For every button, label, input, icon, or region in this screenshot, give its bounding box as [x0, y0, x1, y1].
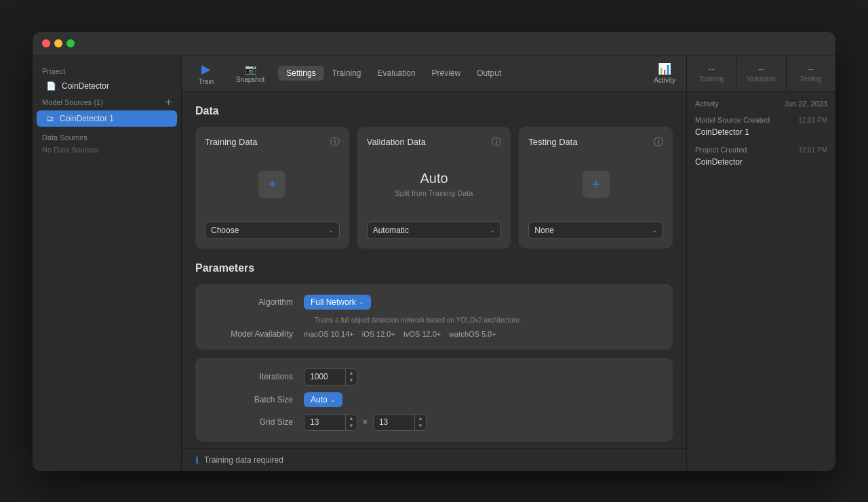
toolbar: ▶ Train 📷 Snapshot Settings Training Eva…	[182, 56, 686, 91]
training-data-card: Training Data ⓘ + Choose ⌄	[195, 127, 349, 249]
model-sources-header: Model Sources (1) +	[33, 94, 181, 110]
training-card-footer: Choose ⌄	[205, 222, 340, 239]
validation-info-icon[interactable]: ⓘ	[492, 136, 501, 148]
testing-stat-label: Testing	[800, 75, 822, 83]
project-created-label: Project Created	[695, 146, 747, 154]
content-area: ▶ Train 📷 Snapshot Settings Training Eva…	[182, 56, 686, 471]
document-icon: 📄	[46, 81, 56, 91]
iterations-up-arrow[interactable]: ▲	[346, 369, 357, 377]
activity-model-source: Model Source Created 12:01 PM CoinDetect…	[695, 116, 827, 138]
testing-stat: -- Testing	[787, 56, 835, 91]
activity-project-created: Project Created 12:01 PM CoinDetector	[695, 146, 827, 167]
model-source-time: 12:01 PM	[798, 117, 827, 124]
testing-select-chevron: ⌄	[652, 226, 657, 234]
batch-size-value: Auto ⌄	[304, 392, 342, 407]
testing-data-card: Testing Data ⓘ + None ⌄	[519, 127, 673, 249]
algorithm-description: Trains a full object detection network b…	[304, 316, 659, 324]
activity-title: Activity	[695, 100, 719, 108]
iterations-stepper[interactable]: ▲ ▼	[304, 369, 357, 385]
grid-size-row: Grid Size ▲ ▼ ×	[209, 414, 659, 431]
grid-x-separator: ×	[363, 417, 368, 427]
sidebar-item-coindetector[interactable]: 🗂 CoinDetector 1	[37, 110, 177, 127]
snapshot-label: Snapshot	[236, 76, 264, 83]
model-source-name: CoinDetector 1	[60, 114, 114, 123]
model-icon: 🗂	[46, 114, 54, 123]
training-select-label: Choose	[211, 226, 239, 235]
availability-label: Model Availability	[209, 329, 304, 339]
algorithm-select[interactable]: Full Network ⌄	[304, 295, 371, 310]
training-stat: -- Training	[687, 56, 736, 91]
grid-x-input[interactable]	[304, 415, 345, 430]
grid-y-arrows: ▲ ▼	[414, 415, 426, 430]
testing-stat-value: --	[808, 64, 814, 74]
validation-auto-label: Auto	[420, 171, 448, 186]
iterations-down-arrow[interactable]: ▼	[346, 377, 357, 385]
iterations-value: ▲ ▼	[304, 369, 357, 385]
minimize-button[interactable]	[54, 39, 62, 47]
algorithm-row: Algorithm Full Network ⌄	[209, 295, 659, 310]
validation-card-body: Auto Split from Training Data	[367, 155, 502, 213]
training-add-button[interactable]: +	[258, 171, 285, 198]
tab-settings[interactable]: Settings	[278, 66, 323, 81]
batch-size-row: Batch Size Auto ⌄	[209, 392, 659, 407]
main-window: Project 📄 CoinDetector Model Sources (1)…	[33, 32, 835, 471]
snapshot-button[interactable]: 📷 Snapshot	[236, 64, 264, 83]
tab-output[interactable]: Output	[469, 66, 509, 81]
no-data-sources: No Data Sources	[33, 144, 181, 155]
fullscreen-button[interactable]	[66, 39, 75, 47]
validation-card-footer: Automatic ⌄	[367, 222, 502, 239]
close-button[interactable]	[42, 39, 50, 47]
avail-ios: iOS 12.0+	[362, 330, 395, 338]
algorithm-select-text: Full Network	[311, 297, 356, 307]
activity-button[interactable]: 📊 Activity	[654, 62, 675, 84]
testing-card-header: Testing Data ⓘ	[528, 136, 663, 148]
main-layout: Project 📄 CoinDetector Model Sources (1)…	[33, 56, 835, 471]
algorithm-label: Algorithm	[209, 297, 304, 307]
activity-icon: 📊	[658, 62, 671, 75]
validation-card-title: Validation Data	[367, 137, 426, 147]
traffic-lights	[33, 39, 84, 47]
grid-size-label: Grid Size	[209, 417, 304, 427]
iterations-input[interactable]	[304, 369, 345, 384]
algorithm-card: Algorithm Full Network ⌄ Trains a full o…	[195, 284, 673, 350]
activity-date: Jun 22, 2023	[784, 100, 827, 108]
training-card-header: Training Data ⓘ	[205, 136, 340, 148]
data-cards: Training Data ⓘ + Choose ⌄	[195, 127, 673, 249]
validation-stat: -- Validation	[736, 56, 786, 91]
testing-info-icon[interactable]: ⓘ	[654, 136, 663, 148]
tab-preview[interactable]: Preview	[424, 66, 469, 81]
model-source-created-value: CoinDetector 1	[695, 127, 749, 137]
testing-card-footer: None ⌄	[528, 222, 663, 239]
sidebar-item-project[interactable]: 📄 CoinDetector	[37, 78, 177, 94]
grid-x-down-arrow[interactable]: ▼	[346, 422, 357, 430]
tab-evaluation[interactable]: Evaluation	[370, 66, 424, 81]
toolbar-right: 📊 Activity	[654, 62, 675, 84]
snapshot-icon: 📷	[245, 64, 256, 75]
grid-x-stepper[interactable]: ▲ ▼	[304, 414, 357, 431]
iterations-row: Iterations ▲ ▼	[209, 369, 659, 385]
testing-data-select[interactable]: None ⌄	[528, 222, 663, 239]
sidebar: Project 📄 CoinDetector Model Sources (1)…	[33, 56, 182, 471]
testing-add-button[interactable]: +	[583, 171, 610, 198]
grid-x-up-arrow[interactable]: ▲	[346, 415, 357, 423]
iterations-arrows: ▲ ▼	[345, 369, 357, 385]
tab-training[interactable]: Training	[324, 66, 370, 81]
iterations-label: Iterations	[209, 372, 304, 381]
train-button[interactable]: ▶ Train	[193, 62, 220, 85]
training-data-select[interactable]: Choose ⌄	[205, 222, 340, 239]
model-source-created-label: Model Source Created	[695, 116, 770, 124]
grid-y-up-arrow[interactable]: ▲	[415, 415, 426, 423]
grid-y-down-arrow[interactable]: ▼	[415, 422, 426, 430]
batch-size-text: Auto	[311, 395, 328, 404]
data-section-title: Data	[195, 105, 673, 117]
grid-y-stepper[interactable]: ▲ ▼	[373, 414, 427, 431]
activity-header: Activity Jun 22, 2023	[695, 100, 827, 108]
validation-data-select[interactable]: Automatic ⌄	[367, 222, 502, 239]
add-model-source-button[interactable]: +	[165, 97, 172, 108]
batch-size-select[interactable]: Auto ⌄	[304, 392, 342, 407]
training-card-title: Training Data	[205, 137, 258, 147]
grid-y-input[interactable]	[374, 415, 414, 430]
project-name: CoinDetector	[62, 81, 109, 91]
avail-macos: macOS 10.14+	[304, 330, 354, 338]
training-info-icon[interactable]: ⓘ	[330, 136, 340, 148]
